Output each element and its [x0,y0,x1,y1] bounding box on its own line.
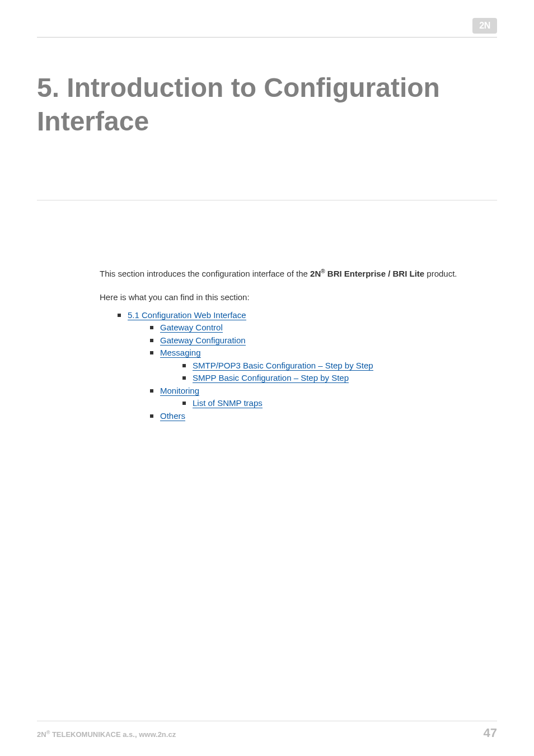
intro-prefix: This section introduces the configuratio… [100,269,310,278]
intro-bold-brand: 2N [310,269,321,278]
toc-link-snmp-traps[interactable]: List of SNMP traps [193,398,263,408]
toc-item-snmp-traps: List of SNMP traps [182,397,497,410]
brand-logo-text: 2N [479,21,490,30]
toc-item-smpp: SMPP Basic Configuration – Step by Step [182,372,497,385]
footer-company-prefix: 2N [37,730,46,739]
footer-company-rest: TELEKOMUNIKACE a.s., www.2n.cz [50,730,176,739]
toc-link-monitoring[interactable]: Monitoring [160,386,199,396]
toc-link-config-web[interactable]: 5.1 Configuration Web Interface [128,310,246,320]
toc-link-smpp[interactable]: SMPP Basic Configuration – Step by Step [193,373,349,383]
brand-logo: 2N [472,18,497,34]
title-separator [37,200,497,200]
intro-paragraph: This section introduces the configuratio… [100,268,497,280]
toc-item-gateway-control: Gateway Control [150,321,497,334]
toc-item-monitoring: Monitoring List of SNMP traps [150,385,497,410]
header-bar: 2N [37,18,497,38]
intro-bold: 2N® BRI Enterprise / BRI Lite [310,269,424,278]
toc-item-smtp-pop3: SMTP/POP3 Basic Configuration – Step by … [182,360,497,372]
intro-suffix: product. [424,269,457,278]
page-title: 5. Introduction to Configuration Interfa… [37,71,497,138]
toc-link-gateway-control[interactable]: Gateway Control [160,323,223,333]
intro-bold-reg: ® [321,268,325,274]
section-hint: Here is what you can find in this sectio… [100,291,497,304]
page-footer: 2N® TELEKOMUNIKACE a.s., www.2n.cz 47 [37,721,497,739]
toc-item-gateway-config: Gateway Configuration [150,334,497,347]
toc-item-others: Others [150,410,497,423]
toc-link-gateway-config[interactable]: Gateway Configuration [160,335,246,346]
toc-item-config-web: 5.1 Configuration Web Interface Gateway … [118,309,497,423]
body-content: This section introduces the configuratio… [100,268,497,422]
toc-link-messaging[interactable]: Messaging [160,348,201,358]
intro-bold-rest: BRI Enterprise / BRI Lite [325,269,425,278]
toc-link-smtp-pop3[interactable]: SMTP/POP3 Basic Configuration – Step by … [193,361,373,371]
toc-list: 5.1 Configuration Web Interface Gateway … [118,309,497,423]
footer-company: 2N® TELEKOMUNIKACE a.s., www.2n.cz [37,730,176,738]
toc-link-others[interactable]: Others [160,411,185,421]
toc-item-messaging: Messaging SMTP/POP3 Basic Configuration … [150,347,497,385]
footer-page-number: 47 [484,727,497,739]
